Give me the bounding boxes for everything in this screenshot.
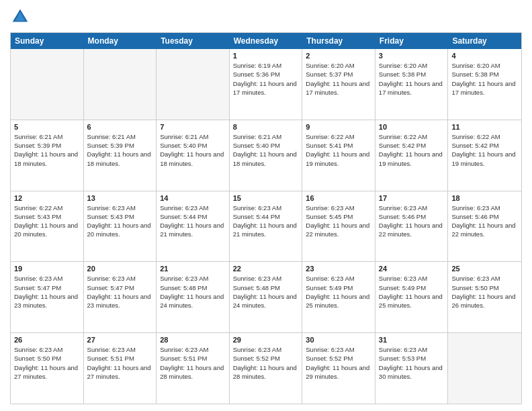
sunrise-text: Sunrise: 6:22 AM bbox=[306, 133, 354, 140]
sunrise-text: Sunrise: 6:22 AM bbox=[451, 133, 500, 140]
day-info: Sunrise: 6:23 AMSunset: 5:51 PMDaylight:… bbox=[160, 345, 226, 381]
day-cell: 24Sunrise: 6:23 AMSunset: 5:49 PMDayligh… bbox=[375, 262, 449, 332]
sunrise-text: Sunrise: 6:19 AM bbox=[233, 62, 281, 69]
sunset-text: Sunset: 5:51 PM bbox=[160, 355, 207, 362]
day-info: Sunrise: 6:23 AMSunset: 5:45 PMDaylight:… bbox=[306, 203, 371, 239]
sunset-text: Sunset: 5:42 PM bbox=[451, 142, 498, 149]
sunset-text: Sunset: 5:47 PM bbox=[87, 284, 134, 291]
daylight-text: Daylight: 11 hours and 25 minutes. bbox=[306, 293, 369, 309]
sunrise-text: Sunrise: 6:23 AM bbox=[306, 204, 354, 212]
day-cell: 22Sunrise: 6:23 AMSunset: 5:48 PMDayligh… bbox=[230, 262, 303, 332]
day-number: 6 bbox=[87, 123, 153, 131]
day-header-wednesday: Wednesday bbox=[230, 33, 303, 49]
daylight-text: Daylight: 11 hours and 22 minutes. bbox=[379, 222, 443, 238]
day-info: Sunrise: 6:22 AMSunset: 5:41 PMDaylight:… bbox=[306, 132, 371, 168]
day-cell: 19Sunrise: 6:23 AMSunset: 5:47 PMDayligh… bbox=[11, 262, 84, 332]
sunrise-text: Sunrise: 6:22 AM bbox=[379, 133, 427, 140]
daylight-text: Daylight: 11 hours and 17 minutes. bbox=[306, 80, 369, 96]
sunrise-text: Sunrise: 6:23 AM bbox=[14, 275, 62, 282]
daylight-text: Daylight: 11 hours and 22 minutes. bbox=[451, 222, 515, 238]
day-cell: 28Sunrise: 6:23 AMSunset: 5:51 PMDayligh… bbox=[157, 333, 230, 404]
daylight-text: Daylight: 11 hours and 29 minutes. bbox=[306, 364, 369, 380]
day-number: 17 bbox=[379, 194, 445, 202]
daylight-text: Daylight: 11 hours and 28 minutes. bbox=[233, 364, 297, 380]
sunset-text: Sunset: 5:38 PM bbox=[451, 71, 498, 78]
day-info: Sunrise: 6:23 AMSunset: 5:47 PMDaylight:… bbox=[14, 274, 80, 310]
day-cell: 14Sunrise: 6:23 AMSunset: 5:44 PMDayligh… bbox=[157, 191, 230, 262]
sunset-text: Sunset: 5:41 PM bbox=[306, 142, 353, 149]
sunrise-text: Sunrise: 6:23 AM bbox=[160, 346, 208, 353]
daylight-text: Daylight: 11 hours and 19 minutes. bbox=[379, 150, 443, 167]
day-number: 12 bbox=[14, 194, 80, 202]
sunrise-text: Sunrise: 6:22 AM bbox=[14, 204, 62, 212]
day-number: 4 bbox=[451, 52, 518, 60]
day-info: Sunrise: 6:23 AMSunset: 5:50 PMDaylight:… bbox=[14, 345, 80, 381]
daylight-text: Daylight: 11 hours and 17 minutes. bbox=[451, 80, 515, 96]
day-cell: 10Sunrise: 6:22 AMSunset: 5:42 PMDayligh… bbox=[375, 120, 449, 191]
sunset-text: Sunset: 5:46 PM bbox=[379, 213, 426, 220]
sunset-text: Sunset: 5:46 PM bbox=[451, 213, 498, 220]
day-info: Sunrise: 6:23 AMSunset: 5:47 PMDaylight:… bbox=[87, 274, 153, 310]
day-header-sunday: Sunday bbox=[11, 33, 84, 49]
sunset-text: Sunset: 5:49 PM bbox=[379, 284, 426, 291]
day-cell: 18Sunrise: 6:23 AMSunset: 5:46 PMDayligh… bbox=[448, 191, 521, 262]
day-number: 5 bbox=[14, 123, 80, 131]
day-info: Sunrise: 6:23 AMSunset: 5:48 PMDaylight:… bbox=[160, 274, 226, 310]
day-cell: 8Sunrise: 6:21 AMSunset: 5:40 PMDaylight… bbox=[230, 120, 303, 191]
sunrise-text: Sunrise: 6:20 AM bbox=[451, 62, 500, 69]
day-cell bbox=[448, 333, 521, 404]
day-info: Sunrise: 6:23 AMSunset: 5:49 PMDaylight:… bbox=[379, 274, 445, 310]
day-cell: 30Sunrise: 6:23 AMSunset: 5:52 PMDayligh… bbox=[302, 333, 375, 404]
sunrise-text: Sunrise: 6:23 AM bbox=[233, 346, 281, 353]
day-info: Sunrise: 6:22 AMSunset: 5:43 PMDaylight:… bbox=[14, 203, 80, 239]
day-number: 27 bbox=[87, 336, 153, 344]
header bbox=[10, 7, 522, 27]
day-cell: 6Sunrise: 6:21 AMSunset: 5:39 PMDaylight… bbox=[84, 120, 157, 191]
day-number: 23 bbox=[306, 265, 371, 273]
day-info: Sunrise: 6:20 AMSunset: 5:38 PMDaylight:… bbox=[379, 61, 445, 97]
sunset-text: Sunset: 5:39 PM bbox=[14, 142, 61, 149]
week-row-4: 19Sunrise: 6:23 AMSunset: 5:47 PMDayligh… bbox=[11, 261, 521, 332]
sunrise-text: Sunrise: 6:23 AM bbox=[233, 204, 281, 212]
day-header-tuesday: Tuesday bbox=[157, 33, 230, 49]
day-cell: 3Sunrise: 6:20 AMSunset: 5:38 PMDaylight… bbox=[375, 49, 449, 120]
daylight-text: Daylight: 11 hours and 17 minutes. bbox=[233, 80, 297, 96]
day-info: Sunrise: 6:23 AMSunset: 5:44 PMDaylight:… bbox=[233, 203, 299, 239]
calendar: SundayMondayTuesdayWednesdayThursdayFrid… bbox=[10, 32, 522, 404]
day-info: Sunrise: 6:21 AMSunset: 5:39 PMDaylight:… bbox=[14, 132, 80, 168]
day-header-friday: Friday bbox=[375, 33, 449, 49]
daylight-text: Daylight: 11 hours and 17 minutes. bbox=[379, 80, 443, 96]
sunrise-text: Sunrise: 6:23 AM bbox=[379, 275, 427, 282]
sunrise-text: Sunrise: 6:23 AM bbox=[306, 275, 354, 282]
daylight-text: Daylight: 11 hours and 27 minutes. bbox=[14, 364, 78, 380]
sunrise-text: Sunrise: 6:23 AM bbox=[160, 275, 208, 282]
sunset-text: Sunset: 5:49 PM bbox=[306, 284, 353, 291]
day-info: Sunrise: 6:23 AMSunset: 5:52 PMDaylight:… bbox=[233, 345, 299, 381]
day-info: Sunrise: 6:23 AMSunset: 5:48 PMDaylight:… bbox=[233, 274, 299, 310]
day-cell: 9Sunrise: 6:22 AMSunset: 5:41 PMDaylight… bbox=[302, 120, 375, 191]
day-number: 7 bbox=[160, 123, 226, 131]
day-cell: 13Sunrise: 6:23 AMSunset: 5:43 PMDayligh… bbox=[84, 191, 157, 262]
week-row-3: 12Sunrise: 6:22 AMSunset: 5:43 PMDayligh… bbox=[11, 191, 521, 262]
day-number: 28 bbox=[160, 336, 226, 344]
sunset-text: Sunset: 5:52 PM bbox=[306, 355, 353, 362]
daylight-text: Daylight: 11 hours and 30 minutes. bbox=[379, 364, 443, 380]
day-info: Sunrise: 6:23 AMSunset: 5:46 PMDaylight:… bbox=[379, 203, 445, 239]
day-number: 8 bbox=[233, 123, 299, 131]
day-number: 30 bbox=[306, 336, 371, 344]
day-header-monday: Monday bbox=[84, 33, 157, 49]
day-cell: 12Sunrise: 6:22 AMSunset: 5:43 PMDayligh… bbox=[11, 191, 84, 262]
sunset-text: Sunset: 5:50 PM bbox=[14, 355, 61, 362]
day-cell: 15Sunrise: 6:23 AMSunset: 5:44 PMDayligh… bbox=[230, 191, 303, 262]
sunset-text: Sunset: 5:50 PM bbox=[451, 284, 498, 291]
logo bbox=[10, 7, 33, 27]
day-number: 18 bbox=[451, 194, 518, 202]
daylight-text: Daylight: 11 hours and 23 minutes. bbox=[14, 293, 78, 309]
day-number: 21 bbox=[160, 265, 226, 273]
day-cell: 25Sunrise: 6:23 AMSunset: 5:50 PMDayligh… bbox=[448, 262, 521, 332]
day-number: 22 bbox=[233, 265, 299, 273]
day-info: Sunrise: 6:23 AMSunset: 5:50 PMDaylight:… bbox=[451, 274, 518, 310]
sunrise-text: Sunrise: 6:23 AM bbox=[87, 275, 136, 282]
day-number: 9 bbox=[306, 123, 371, 131]
day-number: 3 bbox=[379, 52, 445, 60]
